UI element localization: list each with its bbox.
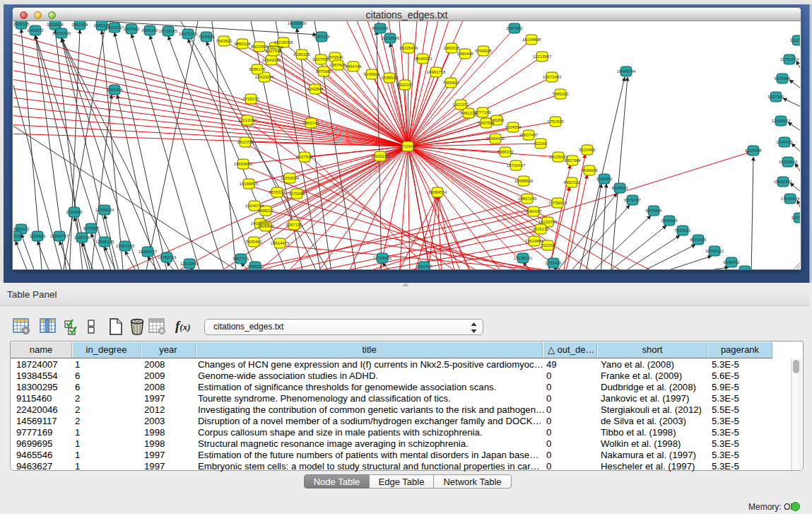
svg-text:9860124: 9860124 [234, 42, 251, 46]
svg-text:19756923: 19756923 [548, 201, 567, 205]
svg-text:13226058: 13226058 [274, 40, 293, 45]
svg-text:16961758: 16961758 [427, 70, 446, 74]
svg-text:3915914: 3915914 [13, 234, 24, 238]
svg-text:2905334: 2905334 [106, 88, 123, 92]
svg-text:19166825: 19166825 [240, 182, 259, 186]
svg-text:8427532: 8427532 [296, 155, 313, 159]
svg-text:1810755: 1810755 [237, 140, 254, 144]
svg-text:18300295: 18300295 [371, 154, 390, 158]
svg-text:12213383: 12213383 [238, 118, 257, 122]
svg-text:1112753: 1112753 [790, 38, 800, 42]
svg-text:1145194: 1145194 [74, 235, 91, 240]
svg-text:9457771: 9457771 [233, 257, 249, 261]
svg-text:10654112: 10654112 [705, 249, 724, 253]
svg-text:18724007: 18724007 [399, 144, 418, 148]
svg-text:11353594: 11353594 [281, 176, 300, 180]
svg-text:16154808: 16154808 [522, 37, 541, 42]
svg-text:9296175: 9296175 [249, 67, 266, 71]
svg-text:10607487: 10607487 [519, 133, 539, 137]
svg-text:1538520: 1538520 [381, 76, 398, 80]
svg-text:16648784: 16648784 [617, 69, 636, 74]
svg-text:18640910: 18640910 [413, 57, 433, 61]
svg-text:8938923: 8938923 [611, 186, 628, 190]
svg-text:1527602: 1527602 [123, 27, 140, 31]
svg-text:2718170: 2718170 [242, 97, 259, 101]
svg-text:2803144: 2803144 [302, 121, 319, 125]
svg-text:2935114: 2935114 [661, 218, 678, 223]
svg-text:12923465: 12923465 [180, 262, 199, 266]
svg-text:8813054: 8813054 [372, 26, 389, 30]
svg-text:13716485: 13716485 [373, 256, 392, 260]
svg-text:1976546: 1976546 [326, 55, 343, 59]
svg-text:19654985: 19654985 [234, 162, 253, 166]
svg-text:16543362: 16543362 [262, 58, 281, 62]
svg-text:10973493: 10973493 [543, 75, 562, 79]
svg-text:17016504: 17016504 [781, 197, 800, 201]
svg-text:9327505: 9327505 [265, 49, 282, 53]
svg-text:12505135: 12505135 [95, 240, 114, 244]
svg-text:1421072: 1421072 [452, 103, 469, 107]
svg-text:19218506: 19218506 [381, 36, 400, 40]
svg-text:1409949: 1409949 [257, 224, 274, 228]
svg-text:7386372: 7386372 [497, 150, 514, 154]
svg-text:22420046: 22420046 [255, 75, 274, 79]
svg-text:1990448: 1990448 [457, 52, 473, 56]
svg-text:1615132: 1615132 [532, 227, 549, 231]
svg-text:9474444: 9474444 [645, 209, 662, 213]
svg-text:1640952: 1640952 [596, 177, 613, 181]
svg-text:8186328: 8186328 [293, 52, 310, 57]
svg-text:7632621: 7632621 [674, 228, 691, 233]
svg-text:1244415: 1244415 [776, 140, 793, 144]
svg-text:8454749: 8454749 [345, 64, 362, 69]
svg-text:16671355: 16671355 [179, 32, 198, 36]
svg-text:8578334: 8578334 [269, 190, 286, 194]
svg-text:2087682: 2087682 [506, 26, 523, 30]
svg-text:1024554: 1024554 [505, 125, 522, 129]
svg-text:15136141: 15136141 [514, 256, 533, 260]
svg-text:7955812: 7955812 [442, 81, 459, 85]
svg-text:9115460: 9115460 [579, 148, 596, 152]
svg-text:17359924: 17359924 [95, 208, 114, 212]
svg-text:1167535: 1167535 [792, 216, 800, 220]
svg-text:9329966: 9329966 [774, 76, 791, 81]
svg-text:12942757: 12942757 [50, 234, 69, 238]
svg-text:17957255: 17957255 [116, 244, 135, 248]
svg-text:12213967: 12213967 [533, 54, 552, 59]
svg-text:7515526: 7515526 [198, 35, 215, 39]
svg-text:1751515: 1751515 [547, 119, 564, 124]
svg-text:8471626: 8471626 [690, 238, 707, 242]
svg-text:9242848: 9242848 [307, 87, 324, 91]
svg-text:9699695: 9699695 [581, 168, 598, 173]
svg-text:16782759: 16782759 [158, 255, 177, 259]
svg-text:2367608: 2367608 [329, 63, 346, 67]
svg-text:20364436: 20364436 [486, 136, 505, 141]
svg-text:16914479: 16914479 [271, 241, 290, 245]
svg-text:9084067: 9084067 [525, 209, 542, 214]
svg-text:6794028: 6794028 [475, 49, 492, 53]
svg-text:10958107: 10958107 [139, 250, 158, 254]
svg-text:9315628: 9315628 [47, 23, 64, 27]
svg-text:16210643: 16210643 [779, 160, 798, 164]
svg-text:8322037: 8322037 [396, 83, 413, 87]
svg-text:15692991: 15692991 [774, 180, 793, 184]
svg-text:7663822: 7663822 [216, 39, 233, 43]
svg-text:9245652: 9245652 [723, 260, 740, 264]
svg-text:9957584: 9957584 [564, 158, 581, 163]
svg-text:10688609: 10688609 [514, 179, 534, 183]
svg-text:2020655: 2020655 [66, 210, 83, 214]
svg-text:1733426: 1733426 [545, 261, 562, 265]
svg-text:12093822: 12093822 [772, 119, 791, 123]
svg-text:19384554: 19384554 [428, 190, 447, 194]
svg-text:62160: 62160 [535, 141, 547, 146]
svg-text:3267150: 3267150 [286, 223, 302, 227]
svg-text:1362615: 1362615 [443, 46, 460, 50]
svg-text:16033809: 16033809 [288, 21, 307, 25]
svg-text:9227342: 9227342 [767, 95, 784, 99]
svg-text:18807249: 18807249 [518, 197, 537, 201]
svg-text:9777169: 9777169 [474, 110, 491, 115]
svg-text:9975867: 9975867 [83, 226, 100, 230]
svg-text:1691447: 1691447 [416, 264, 433, 269]
svg-text:4492312: 4492312 [563, 180, 580, 185]
svg-text:15325419: 15325419 [399, 46, 418, 50]
svg-text:6497598: 6497598 [478, 121, 495, 125]
